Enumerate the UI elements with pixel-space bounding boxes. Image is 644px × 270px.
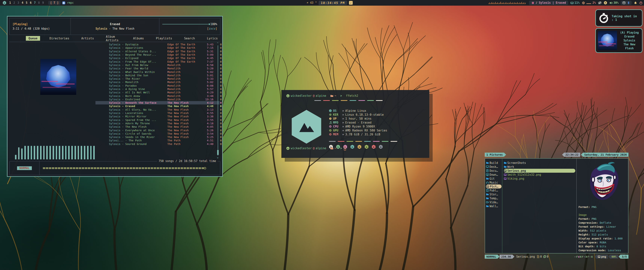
queue-row[interactable]: Sylosis - Beyond The Resur...Edge Of The… [96, 53, 220, 56]
fm-header: 1 Pictures 22:34:22 Saturday, 21 Februar… [485, 152, 628, 157]
sidebar-item-desk[interactable]: Desk… [486, 165, 502, 169]
sidebar-item-git[interactable]: Git [486, 177, 502, 181]
sidebar-item-wall[interactable]: Wall… [486, 204, 502, 208]
queue-row[interactable]: Sylosis - Mirror MirrorThe New Flesh3:38… [96, 115, 220, 118]
queue-row[interactable]: Sylosis - Altered States O...Edge Of The… [96, 50, 220, 53]
power-icon[interactable] [639, 1, 642, 5]
window-icon[interactable] [622, 1, 626, 4]
queue-row[interactable]: Sylosis - ApparitionsEdge Of The Earth7:… [96, 46, 220, 50]
checkbox-icon[interactable]: ✓ [349, 1, 353, 5]
sidebar-item-publ[interactable]: Publ… [486, 188, 502, 192]
tab-playlists[interactable]: Playlists [153, 36, 175, 41]
cpu-module[interactable]: 2% [582, 1, 596, 5]
fm-main-panel: BuildDesk…Docu…Down…GitMusicPict…Publ…St… [485, 158, 628, 253]
sidebar-item-music[interactable]: Music [486, 181, 502, 185]
tab-directories[interactable]: Directories [47, 36, 72, 41]
workspace-4[interactable]: 4 [20, 1, 24, 5]
queue-row[interactable]: Sylosis - ErasedThe New Flesh4:480 [96, 104, 220, 108]
queue-row[interactable]: Sylosis - From The Edge Of...Edge Of The… [96, 60, 220, 63]
scrollbar-thumb[interactable] [217, 150, 219, 155]
queue-row[interactable]: Sylosis - Spared From the ...The New Fle… [96, 118, 220, 122]
now-playing-module[interactable]: ♪ Sylosis | Erased [529, 1, 568, 5]
queue-scrollbar[interactable]: ^ v [216, 43, 219, 158]
prompt-line-2[interactable]: wickedlester@alpine ~ > [286, 146, 346, 150]
eye-off-icon[interactable] [598, 1, 602, 5]
file-plus-icon [537, 255, 540, 258]
file-row-viking.png[interactable]: Viking.png [504, 177, 575, 181]
file-row-smith_512x512x32.png[interactable]: Smith_512x512x32.png [504, 173, 575, 177]
queue-row[interactable]: Sylosis - MonolithMonolith5:020 [96, 80, 220, 84]
queue-row[interactable]: Sylosis - LacerationsThe New Flesh4:550 [96, 111, 220, 115]
workspace-9[interactable]: 9 [41, 1, 45, 5]
play-icon[interactable] [604, 1, 607, 5]
queue-row[interactable]: Sylosi... - The PathThe Path4:510 [96, 139, 220, 142]
ram-module[interactable]: 11% [570, 1, 580, 5]
queue-row[interactable]: Sylosis - All Glory, No Va...The New Fle… [96, 108, 220, 111]
queue-row[interactable]: Sylosis - Everywhere at OnceThe New Fles… [96, 128, 220, 132]
weather-module[interactable]: ☀ 43 ° [307, 1, 317, 5]
workspace-3[interactable]: 3 [16, 1, 20, 5]
queue-row[interactable]: Sylosis - EclipsedEdge Of The Earth4:450 [96, 56, 220, 60]
alpine-icon [286, 94, 290, 97]
queue-row[interactable]: Sylosis - Seeds in the RiverThe New Fles… [96, 135, 220, 139]
file-row-work[interactable]: Work [504, 165, 575, 169]
sidebar-item-stor[interactable]: Stor… [486, 192, 502, 196]
fetch-info-row: MEM»3.78 GiB / 31.26 GiB [329, 132, 387, 136]
terminal-window[interactable]: wickedlester@alpine ~ > ffetch2 OS»Alpin… [282, 90, 429, 158]
workspace-6[interactable]: 6 [29, 1, 33, 5]
queue-row[interactable]: Sylosis - The RiverMonolith5:330 [96, 77, 220, 80]
hexagon-swatch [379, 145, 383, 149]
sidebar-item-vide[interactable]: Vide… [486, 200, 502, 204]
sidebar-item-pict[interactable]: Pict… [486, 185, 502, 188]
file-row-screenshots[interactable]: ScreenShots [504, 161, 575, 165]
queue-row[interactable]: Sylosis - A Dying VineMonolith5:570 [96, 87, 220, 91]
workspace-8[interactable]: 8 [37, 1, 41, 5]
brightness-slider[interactable] [586, 3, 591, 4]
layout-indicator[interactable]: [ T ] [48, 1, 60, 5]
queue-row[interactable]: Sylosis - DystopiaEdge Of The Earth5:430 [96, 43, 220, 46]
file-row-serious.png[interactable]: Serious.png [504, 169, 575, 173]
tab-queue[interactable]: Queue [26, 36, 40, 41]
screenshot-notification[interactable]: Taking shot in : 1 [595, 9, 642, 27]
queue-row[interactable]: Sylosis - Born AnewMonolith3:480 [96, 94, 220, 97]
scroll-down-icon[interactable]: v [217, 156, 218, 159]
queue-row[interactable]: Sylosis - EnshrinedMonolith19:160 [96, 98, 220, 101]
tab-artists[interactable]: Artists [79, 36, 96, 41]
queue-row[interactable]: Sylosis - Fear the WorldMonolith5:200 [96, 67, 220, 70]
sidebar-item-temp[interactable]: Temp… [486, 196, 502, 200]
tab-search[interactable]: Search [182, 36, 198, 41]
fm-tab-badge[interactable]: 1 Pictures [485, 153, 506, 157]
queue-row[interactable]: Sylosis - The New FleshThe New Flesh4:05… [96, 125, 220, 128]
queue-row[interactable]: Sylosis - Beneath the SurfaceThe New Fle… [96, 101, 220, 104]
tab-lyrics[interactable]: Lyrics [204, 36, 220, 41]
scroll-up-icon[interactable]: ^ [217, 42, 218, 45]
queue-row[interactable]: Sylosis - All Is Not WellMonolith4:290 [96, 91, 220, 94]
queue-row[interactable]: Sylosis - Circle of SwordsThe New Flesh3… [96, 132, 220, 135]
tab-albums[interactable]: Albums [130, 36, 146, 41]
queue-row[interactable]: Sylosis - What Dwells WithinMonolith5:02… [96, 70, 220, 73]
volume-slider[interactable]: 100% [162, 23, 217, 26]
bell-icon[interactable] [634, 1, 637, 5]
progress-thumb[interactable] [204, 167, 206, 169]
workspace-5[interactable]: 5 [24, 1, 29, 5]
sidebar-item-build[interactable]: Build [486, 161, 502, 165]
queue-row[interactable]: Sylosis - Soured GroundThe Path4:400 [96, 142, 220, 146]
sidebar-item-docu[interactable]: Docu… [486, 169, 502, 173]
queue-row[interactable]: Sylosis - Adorn My ThroneThe New Flesh4:… [96, 122, 220, 125]
song-progress-bar[interactable] [43, 167, 216, 169]
sun-icon: ☀ [307, 1, 308, 5]
bluetooth-icon[interactable] [627, 1, 630, 4]
workspace-7[interactable]: 7 [33, 1, 37, 5]
queue-row[interactable]: Sylosis - ParadoxMonolith6:080 [96, 84, 220, 87]
workspace-1[interactable]: 1 [8, 1, 12, 5]
volume-module[interactable]: 30% [609, 1, 618, 5]
workspace-2[interactable]: 2 [12, 1, 16, 5]
gear-icon [329, 113, 332, 116]
notification-song-lines: (A) PlayingErasedSylosisThe New Flesh [619, 31, 640, 50]
queue-row[interactable]: Sylosis - Behind the SunMonolith5:010 [96, 74, 220, 77]
now-playing-notification[interactable]: (A) PlayingErasedSylosisThe New Flesh [595, 28, 642, 53]
clock[interactable]: 10:34:45 PM [318, 1, 347, 5]
queue-row[interactable]: Sylosis - Out From BelowMonolith6:580 [96, 63, 220, 67]
tab-album-artists[interactable]: Album Artists [103, 34, 124, 43]
sidebar-item-down[interactable]: Down… [486, 173, 502, 177]
